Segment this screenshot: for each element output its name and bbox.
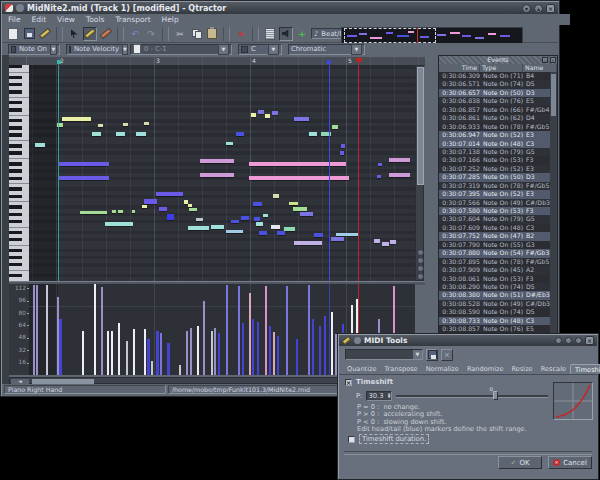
follow-playhead-button[interactable]: + xyxy=(295,27,309,41)
black-key[interactable] xyxy=(9,162,22,165)
zoom-in-vertical-button[interactable] xyxy=(417,249,424,256)
midi-note[interactable] xyxy=(258,110,264,114)
midi-note[interactable] xyxy=(332,125,338,129)
velocity-bar[interactable] xyxy=(203,301,205,375)
midi-note[interactable] xyxy=(231,220,239,223)
midi-note[interactable] xyxy=(289,202,298,205)
event-row[interactable]: 0:30:08.733Note On (48)C3 xyxy=(439,317,550,325)
black-key[interactable] xyxy=(9,151,22,154)
midi-note[interactable] xyxy=(341,144,345,148)
midi-note[interactable] xyxy=(249,176,349,180)
spin-arrows-icon[interactable]: ▲▼ xyxy=(388,393,391,399)
black-key[interactable] xyxy=(9,205,22,208)
midi-note[interactable] xyxy=(62,117,91,121)
velocity-bar[interactable] xyxy=(36,285,38,375)
event-row[interactable]: 0:30:08.528Note On (49)C#/Db3 xyxy=(439,300,550,308)
events-panel-title[interactable]: Events xyxy=(439,56,557,64)
p-spinbox[interactable]: 30.3 ▲▼ xyxy=(366,391,392,401)
midi-note[interactable] xyxy=(118,210,123,213)
event-row[interactable]: 0:30:06.309Note On (71)B4 xyxy=(439,72,550,80)
zoom-in-horizontal-button[interactable] xyxy=(417,265,424,272)
midi-note[interactable] xyxy=(253,202,262,206)
midi-note[interactable] xyxy=(300,212,313,216)
velocity-bar[interactable] xyxy=(107,331,109,375)
velocity-bar[interactable] xyxy=(238,286,240,375)
velocity-bar[interactable] xyxy=(167,343,170,375)
piano-roll-canvas[interactable] xyxy=(29,65,415,281)
velocity-bar[interactable] xyxy=(214,328,216,375)
black-key[interactable] xyxy=(9,76,22,79)
midi-note[interactable] xyxy=(284,227,295,231)
velocity-bar[interactable] xyxy=(101,287,103,375)
event-row[interactable]: 0:30:06.947Note On (52)E3 xyxy=(439,131,550,139)
velocity-bar[interactable] xyxy=(59,319,62,375)
shade-button[interactable] xyxy=(555,337,562,344)
midi-note[interactable] xyxy=(112,210,116,213)
midi-note[interactable] xyxy=(92,132,101,136)
velocity-bar[interactable] xyxy=(126,341,128,375)
velocity-bar[interactable] xyxy=(156,331,159,375)
midi-note[interactable] xyxy=(159,207,167,211)
clip-thumbnail[interactable] xyxy=(341,27,523,44)
vertical-scrollbar[interactable] xyxy=(415,65,424,281)
midi-note[interactable] xyxy=(241,216,249,220)
velocity-bar[interactable] xyxy=(252,319,254,375)
tab-rescale[interactable]: Rescale xyxy=(537,364,570,374)
dock-close-icon[interactable]: × xyxy=(550,57,556,63)
black-key[interactable] xyxy=(9,274,22,277)
events-scrollbar-thumb[interactable] xyxy=(551,74,556,116)
velocity-bar[interactable] xyxy=(296,339,298,375)
event-row[interactable]: 0:30:07.014Note On (48)C3 xyxy=(439,140,550,148)
midi-note[interactable] xyxy=(80,211,107,214)
event-row[interactable]: 0:30:06.857Note On (66)F#/Gb4 xyxy=(439,106,550,114)
column-header-type[interactable]: Type xyxy=(480,64,523,72)
velocity-bar[interactable] xyxy=(160,333,162,375)
dialog-title-bar[interactable]: MIDI Tools × xyxy=(339,335,597,346)
velocity-bar[interactable] xyxy=(226,285,228,375)
slider-handle[interactable] xyxy=(493,391,498,400)
event-row[interactable]: 0:30:06.657Note On (50)D3 xyxy=(439,89,550,97)
black-key[interactable] xyxy=(9,108,22,111)
midi-note[interactable] xyxy=(59,176,109,180)
velocity-bar[interactable] xyxy=(197,326,199,375)
window-menu-icon[interactable] xyxy=(354,337,361,344)
event-row[interactable]: 0:30:07.285Note On (50)D3 xyxy=(439,173,550,181)
velocity-bar[interactable] xyxy=(33,285,35,375)
velocity-bar[interactable] xyxy=(308,285,310,375)
event-row[interactable]: 0:30:08.590Note On (74)D5 xyxy=(439,308,550,316)
midi-note[interactable] xyxy=(309,132,317,136)
midi-note[interactable] xyxy=(226,230,243,233)
tab-transpose[interactable]: Transpose xyxy=(381,364,422,374)
midi-note[interactable] xyxy=(116,132,125,136)
midi-note[interactable] xyxy=(35,143,45,147)
event-row[interactable]: 0:30:06.933Note On (78)F#/Gb5 xyxy=(439,123,550,131)
midi-note[interactable] xyxy=(123,123,128,126)
event-row[interactable]: 0:30:06.838Note On (76)E5 xyxy=(439,97,550,105)
copy-button[interactable] xyxy=(189,27,203,41)
midi-note[interactable] xyxy=(389,173,410,177)
event-row[interactable]: 0:30:07.909Note On (45)A2 xyxy=(439,266,550,274)
black-key[interactable] xyxy=(9,90,22,93)
black-key[interactable] xyxy=(9,65,22,68)
midi-note[interactable] xyxy=(265,114,270,118)
delete-button[interactable]: × xyxy=(234,27,248,41)
menu-tools[interactable]: Tools xyxy=(86,15,104,24)
event-list-button[interactable] xyxy=(263,27,277,41)
event-row[interactable]: 0:30:07.395Note On (52)E3 xyxy=(439,190,550,198)
p-slider[interactable]: 0 xyxy=(396,390,548,401)
black-key[interactable] xyxy=(9,133,22,136)
velocity-bar[interactable] xyxy=(218,333,220,375)
midi-note[interactable] xyxy=(374,239,380,243)
midi-note[interactable] xyxy=(132,210,135,213)
midi-note[interactable] xyxy=(277,231,285,235)
velocity-bar[interactable] xyxy=(118,323,120,375)
param-combo[interactable]: 0 - C-1 ▼ xyxy=(130,44,232,55)
column-header-time[interactable]: Time xyxy=(439,64,480,72)
velocity-bar[interactable] xyxy=(286,286,288,375)
velocity-bar[interactable] xyxy=(179,365,181,375)
velocity-bar[interactable] xyxy=(269,326,271,375)
menu-view[interactable]: View xyxy=(57,15,75,24)
midi-note[interactable] xyxy=(389,158,410,162)
midi-note[interactable] xyxy=(200,173,234,177)
black-key[interactable] xyxy=(9,256,22,259)
